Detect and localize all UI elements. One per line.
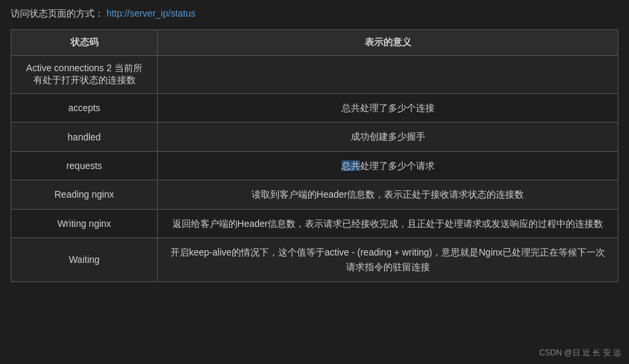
url-value: http://server_ip/status bbox=[106, 8, 196, 19]
table-row: Waiting 开启keep-alive的情况下，这个值等于active - (… bbox=[11, 238, 618, 281]
watermark: CSDN @日 近 长 安 远 bbox=[539, 347, 621, 359]
table-row: Active connections 2 当前所有处于打开状态的连接数 bbox=[11, 56, 618, 94]
col-header-code: 状态码 bbox=[11, 30, 158, 56]
code-cell: Writing nginx bbox=[11, 209, 158, 238]
table-row: Writing nginx 返回给客户端的Header信息数，表示请求已经接收完… bbox=[11, 209, 618, 238]
url-label: 访问状态页面的方式： bbox=[11, 8, 104, 19]
code-cell: Reading nginx bbox=[11, 180, 158, 209]
status-table: 状态码 表示的意义 Active connections 2 当前所有处于打开状… bbox=[11, 29, 618, 282]
meaning-cell: 读取到客户端的Header信息数，表示正处于接收请求状态的连接数 bbox=[158, 180, 618, 209]
table-row: Reading nginx 读取到客户端的Header信息数，表示正处于接收请求… bbox=[11, 180, 618, 209]
code-cell: requests bbox=[11, 151, 158, 180]
code-cell: handled bbox=[11, 122, 158, 151]
meaning-cell: 成功创建多少握手 bbox=[158, 122, 618, 151]
meaning-cell: 开启keep-alive的情况下，这个值等于active - (reading … bbox=[158, 238, 618, 281]
table-row: handled 成功创建多少握手 bbox=[11, 122, 618, 151]
table-row: accepts 总共处理了多少个连接 bbox=[11, 94, 618, 122]
normal-text: 处理了多少个请求 bbox=[360, 160, 435, 171]
meaning-cell: 总共处理了多少个请求 bbox=[158, 151, 618, 180]
meaning-cell: 总共处理了多少个连接 bbox=[158, 94, 618, 122]
url-line: 访问状态页面的方式： http://server_ip/status bbox=[11, 8, 618, 20]
table-header-row: 状态码 表示的意义 bbox=[11, 30, 618, 56]
meaning-cell: 返回给客户端的Header信息数，表示请求已经接收完成，且正处于处理请求或发送响… bbox=[158, 209, 618, 238]
code-cell: Active connections 2 当前所有处于打开状态的连接数 bbox=[11, 56, 158, 94]
code-cell: Waiting bbox=[11, 238, 158, 281]
table-row: requests 总共处理了多少个请求 bbox=[11, 151, 618, 180]
highlight-text: 总共 bbox=[341, 160, 360, 171]
meaning-cell bbox=[158, 56, 618, 94]
code-cell: accepts bbox=[11, 94, 158, 122]
col-header-meaning: 表示的意义 bbox=[158, 30, 618, 56]
